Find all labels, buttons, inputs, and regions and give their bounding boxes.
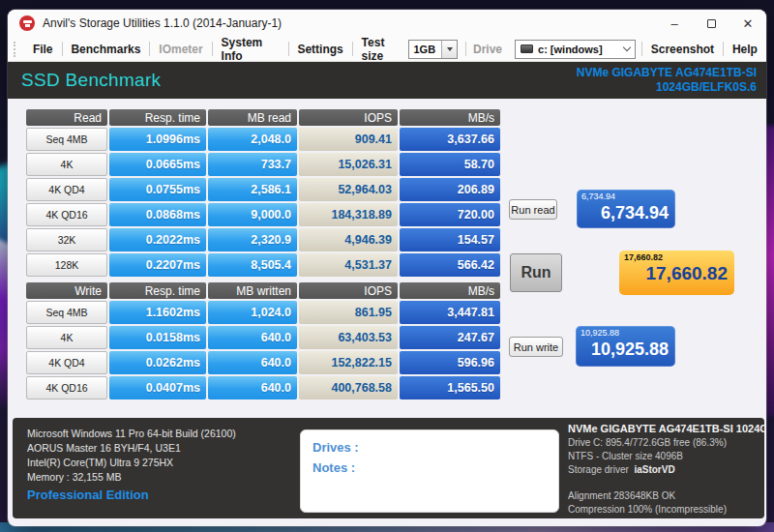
total-score-small: 17,660.82 [624,252,728,262]
row-label: 4K QD4 [26,351,107,374]
iops-value: 63,403.53 [299,326,398,349]
menu-help[interactable]: Help [724,43,766,56]
anvil-icon [23,20,32,23]
filesystem-line: NTFS - Cluster size 4096B [568,450,766,463]
iops-value: 184,318.89 [299,203,398,226]
test-size-value: 1GB [409,44,442,55]
iops-value: 400,768.58 [299,376,398,399]
chevron-down-icon [623,44,631,51]
mb-written-value: 1,024.0 [208,301,297,324]
table-row: 4K 0.0158ms 640.0 63,403.53 247.67 [26,326,500,349]
mb-read-value: 733.7 [208,153,297,176]
mbs-value: 3,637.66 [400,128,500,151]
iops-value: 861.95 [299,301,398,324]
edition-label: Professional Edition [27,488,149,502]
footer-panel: Microsoft Windows 11 Pro 64-bit Build (2… [13,418,764,518]
menu-screenshot[interactable]: Screenshot [642,43,723,56]
resp-time-value: 0.0755ms [109,178,206,201]
total-score-box: 17,660.82 17,660.82 [619,251,734,295]
storage-driver-value: iaStorVD [634,464,674,475]
test-size-select[interactable]: 1GB [408,40,459,59]
benchmark-tables: Read Resp. time MB read IOPS MB/s Seq 4M… [26,109,500,401]
device-name: NVMe GIGABYTE AG474E1TB-SI 1024GB/ELFK0S… [577,66,757,95]
menu-benchmarks[interactable]: Benchmarks [62,43,149,56]
col-header-mb-written: MB written [208,282,297,299]
read-table-header: Read Resp. time MB read IOPS MB/s [26,109,500,126]
chevron-down-icon [447,47,453,51]
row-label: Seq 4MB [26,301,107,324]
drive-icon [521,44,533,53]
mb-read-value: 2,320.9 [208,228,297,251]
window-title: Anvil's Storage Utilities 1.1.0 (2014-Ja… [43,16,282,30]
row-label: 4K QD4 [26,178,107,201]
row-label: 32K [26,228,107,251]
col-header-iops: IOPS [299,282,398,299]
table-row: 4K QD16 0.0407ms 640.0 400,768.58 1,565.… [26,376,500,399]
mbs-value: 206.89 [400,178,500,201]
app-window: Anvil's Storage Utilities 1.1.0 (2014-Ja… [8,10,766,526]
device-line2: 1024GB/ELFK0S.6 [577,80,757,95]
row-label: Seq 4MB [26,128,107,151]
run-button[interactable]: Run [510,253,562,292]
iops-value: 15,026.31 [299,153,398,176]
close-button[interactable]: ✕ [729,10,766,37]
iops-value: 52,964.03 [299,178,398,201]
menu-settings[interactable]: Settings [288,43,351,56]
row-label: 4K QD16 [26,203,107,226]
resp-time-value: 0.0868ms [109,203,206,226]
col-header-iops: IOPS [299,109,398,126]
resp-time-value: 0.0665ms [109,153,206,176]
resp-time-value: 1.0996ms [109,128,206,151]
os-line: Microsoft Windows 11 Pro 64-bit Build (2… [27,427,236,441]
drives-label: Drives : [313,437,547,458]
mbs-value: 3,447.81 [400,301,500,324]
compression-line: Compression 100% (Incompressible) [568,503,766,517]
table-row: Seq 4MB 1.0996ms 2,048.0 909.41 3,637.66 [26,128,500,151]
drive-capacity-line: Drive C: 895.4/772.6GB free (86.3%) [568,436,766,450]
menu-system-info[interactable]: System Info [213,36,288,63]
mb-written-value: 640.0 [208,376,297,399]
menu-iometer: IOmeter [150,43,211,56]
write-score-small: 10,925.88 [580,328,669,338]
run-read-button[interactable]: Run read [509,199,557,220]
mb-read-value: 8,505.4 [208,253,297,277]
storage-driver-line: Storage driver iaStorVD [568,463,766,477]
mb-read-value: 2,048.0 [208,128,297,151]
drive-info-block: NVMe GIGABYTE AG474E1TB-SI 1024GB Drive … [568,422,766,517]
alignment-line: Alignment 283648KB OK [568,489,766,503]
toolbar-grip[interactable] [14,42,16,57]
main-area: Read Resp. time MB read IOPS MB/s Seq 4M… [8,99,766,418]
menu-file[interactable]: File [24,43,62,56]
mbs-value: 247.67 [400,326,500,349]
cpu-line: Intel(R) Core(TM) Ultra 9 275HX [27,456,236,470]
drive-select[interactable]: c: [windows] [515,40,636,59]
drive-label: Drive [466,43,509,56]
device-line1: NVMe GIGABYTE AG474E1TB-SI [577,66,757,80]
resp-time-value: 1.1602ms [109,301,206,324]
minimize-button[interactable]: – [656,10,693,37]
read-score-box: 6,734.94 6,734.94 [577,190,675,228]
row-label: 128K [26,253,107,277]
table-row: 4K QD16 0.0868ms 9,000.0 184,318.89 720.… [26,203,500,226]
maximize-button[interactable] [693,10,729,37]
page-title: SSD Benchmark [21,70,161,91]
total-score-value: 17,660.82 [624,262,728,285]
col-header-mbs: MB/s [400,282,500,299]
row-label: 4K QD16 [26,376,107,399]
run-write-button[interactable]: Run write [509,337,563,357]
col-header-write: Write [26,282,107,299]
drive-title: NVMe GIGABYTE AG474E1TB-SI 1024GB [568,422,766,436]
mbs-value: 720.00 [400,203,500,226]
mb-read-value: 2,586.1 [208,178,297,201]
row-label: 4K [26,326,107,349]
notes-box[interactable]: Drives : Notes : [300,429,559,513]
dropdown-button[interactable] [441,41,457,58]
memory-line: Memory : 32,155 MB [27,470,236,485]
mbs-value: 58.70 [400,153,500,176]
resp-time-value: 0.0158ms [109,326,206,349]
iops-value: 152,822.15 [299,351,398,374]
resp-time-value: 0.0262ms [109,351,206,374]
read-score-value: 6,734.94 [581,201,669,224]
write-score-box: 10,925.88 10,925.88 [576,326,675,367]
system-info-block: Microsoft Windows 11 Pro 64-bit Build (2… [27,427,236,485]
